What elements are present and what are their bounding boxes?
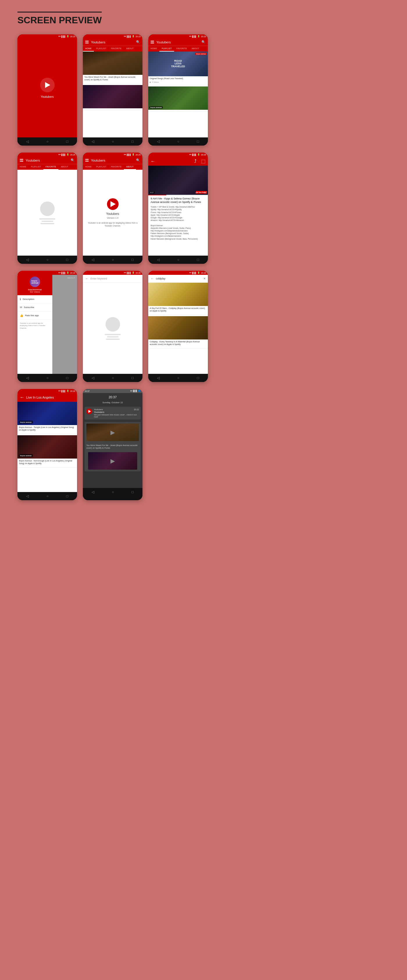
boyce-badge: boyce avenue: [195, 53, 207, 55]
search-results-back-icon[interactable]: ←: [150, 277, 154, 281]
video-card-1[interactable]: You Were Meant For Me - Jewel (Boyce Ave…: [83, 51, 143, 84]
recents-icon-4[interactable]: □: [66, 258, 68, 262]
battery-icon-8: 🔋: [132, 272, 135, 274]
search-empty-screen: ← Enter keyword: [83, 275, 143, 374]
recents-icon-3[interactable]: □: [197, 140, 199, 143]
search-clear-icon[interactable]: ×: [204, 277, 206, 281]
search-btn-fav[interactable]: 🔍: [71, 158, 75, 162]
search-results-bar: ← coldplay ×: [148, 275, 208, 283]
favorite-screen: Youtubers 🔍 HOME PLAYLIST FAVORITE ABOUT: [17, 157, 77, 256]
back-icon-6[interactable]: ◁: [157, 258, 160, 262]
wifi-icon-2: ▾▾: [124, 35, 126, 38]
video-card-2[interactable]: [83, 85, 143, 110]
tab-about-4[interactable]: ABOUT: [59, 164, 71, 170]
live-card-2[interactable]: boyce avenue Boyce Avenue - Not Enough (…: [17, 435, 77, 468]
drawer-item-description[interactable]: ℹ Description: [17, 295, 52, 303]
search-result-1[interactable]: A Sky Full Of Stars - Coldplay (Boyce Av…: [148, 283, 208, 315]
playlist-card-1[interactable]: boyce avenue ROAD LESS TRAVELED Original…: [148, 51, 208, 85]
recents-icon-11[interactable]: □: [132, 490, 134, 494]
home-icon-3[interactable]: ○: [177, 140, 179, 143]
search-btn-about[interactable]: 🔍: [136, 158, 140, 162]
status-bar-9: ▾▾ ▌▌▌ 🔋 20:26: [148, 271, 208, 275]
splash-screen: Youtubers: [17, 38, 77, 137]
tab-favorite-3[interactable]: FAVORITE: [174, 46, 190, 51]
tab-playlist-5[interactable]: PLAYLIST: [94, 164, 109, 170]
back-icon-10[interactable]: ◁: [26, 494, 29, 498]
battery-icon-5: 🔋: [132, 153, 135, 156]
tab-about[interactable]: ABOUT: [124, 46, 136, 51]
rate-icon: 👍: [20, 314, 23, 317]
recents-icon-8[interactable]: □: [132, 376, 134, 380]
home-icon-1[interactable]: ○: [46, 140, 49, 143]
search-btn-playlist[interactable]: 🔍: [201, 40, 206, 44]
drawer-shade[interactable]: ABOUT: [52, 275, 77, 374]
tab-about-3[interactable]: ABOUT: [189, 46, 201, 51]
home-icon-11[interactable]: ○: [112, 490, 114, 494]
live-card-1[interactable]: boyce avenue Boyce Avenue - Tonight (Liv…: [17, 402, 77, 434]
tab-home-4[interactable]: HOME: [17, 164, 29, 170]
live-title-2: Boyce Avenue - Not Enough (Live In Los A…: [17, 458, 77, 466]
bookmark-icon[interactable]: ⬚: [201, 158, 206, 164]
empty-line-2: [41, 221, 53, 222]
home-icon-10[interactable]: ○: [46, 494, 49, 498]
back-icon-1[interactable]: ◁: [26, 140, 29, 143]
video-player[interactable]: 0:17 03:24 ▶ You Tube ⛶: [148, 165, 208, 195]
drawer-item-rate[interactable]: 👍 Rate this app: [17, 312, 52, 320]
tab-home-5[interactable]: HOME: [83, 164, 94, 170]
tab-about-5[interactable]: ABOUT: [124, 164, 136, 170]
live-back-icon[interactable]: ←: [20, 395, 24, 400]
drawer-item-subscribe[interactable]: ✉ Subscribe: [17, 303, 52, 312]
back-icon-8[interactable]: ◁: [92, 376, 94, 380]
tab-home-3[interactable]: HOME: [148, 46, 159, 51]
home-icon-6[interactable]: ○: [177, 258, 179, 262]
search-keyword[interactable]: coldplay: [156, 277, 202, 280]
detail-content: It Ain't Me - Kygo & Selena Gomez (Boyce…: [148, 196, 208, 242]
playlist-card-2[interactable]: boyce avenue: [148, 86, 208, 112]
home-icon-4[interactable]: ○: [46, 258, 49, 262]
video-progress-bar[interactable]: [148, 195, 208, 196]
tab-favorite-5[interactable]: FAVORITE: [109, 164, 124, 170]
back-icon-5[interactable]: ◁: [92, 258, 94, 262]
notif-status-bar: 20:37 ▾▾ ▌▌▌ 🔵: [83, 389, 143, 393]
hamburger-btn-4[interactable]: [20, 159, 23, 162]
recents-icon-1[interactable]: □: [66, 140, 68, 143]
fullscreen-icon[interactable]: ⛶: [205, 191, 207, 194]
favorite-toolbar-title: Youtubers: [25, 159, 71, 162]
recents-icon-5[interactable]: □: [132, 258, 134, 262]
home-icon-5[interactable]: ○: [112, 258, 114, 262]
recents-icon-9[interactable]: □: [197, 376, 199, 380]
search-btn-home[interactable]: 🔍: [136, 40, 140, 44]
back-icon-4[interactable]: ◁: [26, 258, 29, 262]
tab-home[interactable]: HOME: [83, 46, 94, 51]
recents-icon-10[interactable]: □: [66, 494, 68, 498]
back-arrow-icon[interactable]: ←: [150, 159, 155, 164]
back-icon-11[interactable]: ◁: [92, 490, 94, 494]
tab-playlist-4[interactable]: PLAYLIST: [29, 164, 43, 170]
share-icon[interactable]: ⤴: [194, 159, 196, 164]
home-icon-2[interactable]: ○: [112, 140, 114, 143]
road-less-thumb: boyce avenue ROAD LESS TRAVELED: [148, 51, 208, 76]
back-icon-2[interactable]: ◁: [92, 140, 94, 143]
search-result-2[interactable]: Coldplay - Every Teardrop Is A Waterfall…: [148, 316, 208, 348]
search-back-icon[interactable]: ←: [85, 277, 89, 281]
home-icon-9[interactable]: ○: [177, 376, 179, 380]
search-input[interactable]: Enter keyword: [90, 277, 140, 280]
tab-playlist-3[interactable]: PLAYLIST: [159, 46, 174, 51]
live-content: boyce avenue Boyce Avenue - Tonight (Liv…: [17, 402, 77, 492]
tab-favorite-4[interactable]: FAVORITE: [43, 164, 59, 170]
notif-card[interactable]: Youtubers 20:22 Youtubers We just releas…: [85, 407, 141, 420]
tab-favorite[interactable]: FAVORITE: [109, 46, 124, 51]
back-icon-3[interactable]: ◁: [157, 140, 160, 143]
home-icon-7[interactable]: ○: [46, 376, 49, 380]
hamburger-btn[interactable]: [85, 41, 89, 43]
hamburger-btn-5[interactable]: [85, 159, 89, 162]
back-icon-7[interactable]: ◁: [26, 376, 29, 380]
tab-playlist[interactable]: PLAYLIST: [94, 46, 109, 51]
back-icon-9[interactable]: ◁: [157, 376, 160, 380]
home-icon-8[interactable]: ○: [112, 376, 114, 380]
recents-icon-7[interactable]: □: [66, 376, 68, 380]
recents-icon-2[interactable]: □: [132, 140, 134, 143]
recents-icon-6[interactable]: □: [197, 258, 199, 262]
nav-bar-8: ◁ ○ □: [83, 374, 143, 382]
hamburger-btn-3[interactable]: [150, 41, 154, 43]
